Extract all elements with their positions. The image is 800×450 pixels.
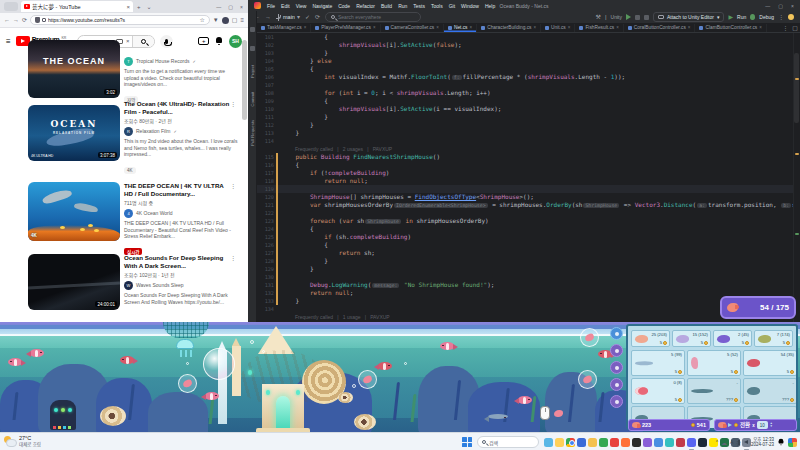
menu-refactor[interactable]: Refactor <box>356 3 375 9</box>
start-button[interactable] <box>462 437 472 447</box>
menu-help[interactable]: Help <box>485 3 495 9</box>
jellyfish-net[interactable] <box>163 322 209 338</box>
video-thumbnail[interactable]: 4K <box>28 182 120 241</box>
minimize-window-icon[interactable]: — <box>216 4 221 10</box>
tool-window-pull-requests[interactable]: Pull Requests <box>250 120 255 146</box>
menu-build[interactable]: Build <box>381 3 392 9</box>
channel-row[interactable]: R Relaxation Film ✓ <box>124 127 238 136</box>
shrimp-bubble[interactable] <box>178 374 197 393</box>
menu-git[interactable]: Git <box>449 3 455 9</box>
fish-card[interactable]: 25 (203)5 <box>631 330 670 347</box>
fish-card[interactable]: 15 (152)5 <box>672 330 711 347</box>
scrollbar-thumb[interactable] <box>794 53 799 123</box>
reload-icon[interactable]: ⟳ <box>22 17 27 23</box>
minimize-window-icon[interactable]: — <box>765 3 770 9</box>
youtube-avatar[interactable]: SH <box>229 35 242 48</box>
fish[interactable] <box>8 358 22 366</box>
video-thumbnail[interactable]: OCEAN RELAXATION FILM 4K ULTRA HD 3:07:3… <box>28 105 120 161</box>
shrimp-bubble[interactable] <box>578 370 597 389</box>
clear-search-icon[interactable]: × <box>126 38 130 44</box>
menu-view[interactable]: View <box>296 3 307 9</box>
fish-card[interactable]: 5 (52)5 <box>687 350 741 376</box>
forward-icon[interactable]: → <box>13 17 19 23</box>
project-tool-icon[interactable] <box>250 27 255 32</box>
search-button[interactable] <box>132 36 154 47</box>
extensions-icon[interactable]: ▢ <box>232 17 238 23</box>
vcs-update-icon[interactable]: ✓ <box>305 14 310 20</box>
ime-latin-indicator[interactable]: A <box>730 439 733 445</box>
back-icon[interactable]: ← <box>4 17 10 23</box>
create-video-icon[interactable] <box>198 37 209 45</box>
video-thumbnail[interactable]: 24:00:01 <box>28 254 120 310</box>
large-bubble[interactable] <box>203 348 235 380</box>
fish-card[interactable]: 7 (174)5 <box>754 330 793 347</box>
run-config-select[interactable]: Attach to Unity Editor ▾ <box>653 12 724 22</box>
firefox-account-avatar[interactable] <box>222 17 229 24</box>
nav-forward-icon[interactable]: → <box>265 14 271 20</box>
fish-card[interactable]: -??? <box>743 378 797 404</box>
taskbar-search-input[interactable]: 검색 <box>477 436 539 448</box>
jellyfish[interactable] <box>176 339 194 349</box>
fish-card[interactable]: 5 (99)5 <box>631 350 685 376</box>
voice-search-button[interactable] <box>160 35 173 48</box>
channel-row[interactable]: T Tropical House Records ✓ <box>124 57 238 66</box>
unity-play-icon[interactable] <box>626 14 631 20</box>
close-window-icon[interactable]: × <box>240 4 243 10</box>
run-label[interactable]: Run <box>737 14 746 20</box>
taskbar-clock[interactable]: 오후 12:33 2024-07-23 <box>751 437 774 447</box>
url-bar[interactable]: https://www.youtube.com/results?s ☆ <box>30 15 210 25</box>
notifications-bell-icon[interactable] <box>215 37 223 45</box>
taskbar-app-firefox[interactable] <box>621 438 630 447</box>
editor-tab-TaskManager.cs[interactable]: TaskManager.cs× <box>257 24 311 32</box>
onedrive-icon[interactable]: ☁ <box>721 439 727 446</box>
editor-tab-CameraController.cs[interactable]: CameraController.cs× <box>381 24 444 32</box>
close-window-icon[interactable]: × <box>791 3 794 9</box>
taskbar-app-discord[interactable] <box>687 438 696 447</box>
downloads-icon[interactable]: ▼ <box>213 17 219 23</box>
video-options-icon[interactable]: ⋮ <box>230 182 236 189</box>
taskbar-app-sheets[interactable] <box>599 438 608 447</box>
taskbar-app-steam[interactable] <box>698 438 707 447</box>
volume-icon[interactable] <box>744 440 748 444</box>
close-tab-icon[interactable]: × <box>126 4 130 10</box>
harpoon-tool-button[interactable] <box>610 344 623 357</box>
firefox-view-icon[interactable] <box>4 2 18 11</box>
tab-options-icon[interactable]: ⋮ <box>782 25 788 31</box>
editor-tab-ClamButtonController.cs[interactable]: ClamButtonController.cs× <box>695 24 766 32</box>
taskbar-app-chrome[interactable] <box>566 438 575 447</box>
build-hammer-icon[interactable]: ⚒ <box>596 14 601 20</box>
notification-center-icon[interactable] <box>778 439 784 445</box>
structure-tool-icon[interactable] <box>250 46 255 51</box>
fish-card[interactable]: 2 (45)5 <box>713 330 752 347</box>
channel-row[interactable]: 4 4K Ocean World <box>124 209 238 218</box>
maximize-window-icon[interactable]: ▢ <box>778 3 783 9</box>
taskbar-app-photos[interactable] <box>544 438 553 447</box>
fish[interactable] <box>378 362 392 370</box>
browser-scrollbar[interactable] <box>242 40 247 120</box>
fish-card[interactable]: 54 (35)5 <box>743 350 797 376</box>
fish[interactable] <box>205 392 219 400</box>
widgets-icon[interactable] <box>788 438 797 447</box>
shrimp-bubble[interactable] <box>580 328 599 347</box>
git-branch-widget[interactable]: main ▾ <box>276 14 300 21</box>
channel-row[interactable]: W Waves Sounds Sleep <box>124 281 238 290</box>
taskbar-app-folder[interactable] <box>588 438 597 447</box>
convert-amount-input[interactable]: 10 <box>757 421 768 429</box>
weather-widget[interactable]: 27°C 대체로 흐림 <box>4 435 41 447</box>
menu-navigate[interactable]: Navigate <box>312 3 332 9</box>
unity-step-icon[interactable] <box>644 15 649 20</box>
maximize-window-icon[interactable]: ▢ <box>228 4 233 10</box>
run-icon[interactable]: ▶ <box>728 14 733 20</box>
tray-overflow-icon[interactable]: ^ <box>716 439 718 445</box>
menu-tests[interactable]: Tests <box>413 3 425 9</box>
menu-code[interactable]: Code <box>338 3 350 9</box>
taskbar-app-explorer[interactable] <box>555 438 564 447</box>
split-editor-icon[interactable]: ▢ <box>792 25 798 31</box>
video-title[interactable]: THE DEEP OCEAN | 4K TV ULTRA HD / Full D… <box>124 182 238 198</box>
editor-tab-Net.cs[interactable]: Net.cs× <box>444 24 477 32</box>
settings-gear-button[interactable] <box>610 395 623 408</box>
shrimp-bubble[interactable] <box>358 370 377 389</box>
app-menu-icon[interactable]: ≡ <box>240 17 244 23</box>
amount-stepper[interactable]: ▲▼ <box>770 422 773 428</box>
menu-edit[interactable]: Edit <box>281 3 290 9</box>
